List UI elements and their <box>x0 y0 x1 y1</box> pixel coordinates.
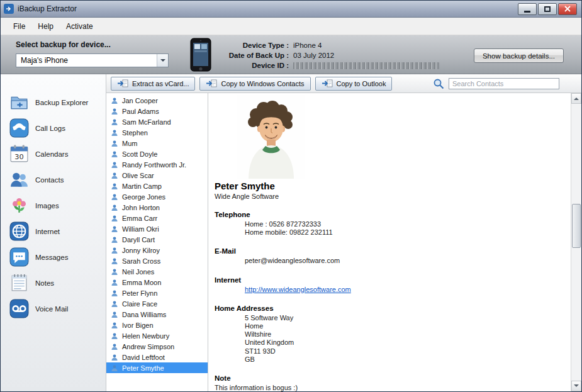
person-icon <box>111 343 118 350</box>
menubar: File Help Activate <box>1 18 581 35</box>
contact-list-item[interactable]: Daryll Cart <box>106 234 208 245</box>
contact-list-item[interactable]: Olive Scar <box>106 170 208 181</box>
close-button[interactable] <box>558 3 577 15</box>
contact-company: Wide Angle Software <box>215 193 564 200</box>
arrow-up-icon <box>574 95 579 100</box>
sidebar-item-images[interactable]: Images <box>1 193 106 218</box>
show-backup-details-button[interactable]: Show backup details... <box>474 48 564 63</box>
copy-windows-contacts-button[interactable]: Copy to Windows Contacts <box>199 77 310 91</box>
contact-list-item[interactable]: George Jones <box>106 191 208 202</box>
detail-line: 5 Software Way <box>245 314 564 322</box>
scroll-down-button[interactable] <box>571 381 581 391</box>
contact-list-item[interactable]: David Leftfoot <box>106 352 208 362</box>
sidebar-item-contacts[interactable]: Contacts <box>1 167 106 193</box>
contact-list-item[interactable]: Claire Face <box>106 298 208 309</box>
contact-list-item[interactable]: Stephen <box>106 127 208 138</box>
person-icon <box>111 108 118 115</box>
scrollbar-thumb[interactable] <box>572 204 581 248</box>
person-icon <box>111 215 118 222</box>
contact-list-item[interactable]: Scott Doyle <box>106 148 208 159</box>
chevron-down-icon <box>157 54 168 67</box>
contact-sections: TelephoneHome : 0526 872732333Home mobil… <box>215 211 564 391</box>
device-dropdown[interactable]: Maja's iPhone <box>16 53 169 67</box>
contact-list-item[interactable]: Helen Newbury <box>106 330 208 341</box>
contact-list-item[interactable]: Emma Carr <box>106 213 208 223</box>
detail-scrollbar[interactable] <box>571 93 581 391</box>
contact-name-label: George Jones <box>122 193 165 201</box>
contact-list-item[interactable]: Andrew Simpson <box>106 341 208 352</box>
contact-list-item[interactable]: Jonny Kilroy <box>106 245 208 255</box>
detail-line: peter@wideanglesoftware.com <box>245 257 564 265</box>
detail-line: This information is bogus :) <box>215 384 564 391</box>
titlebar: iBackup Extractor <box>1 1 581 18</box>
person-icon <box>111 225 118 233</box>
device-image <box>190 38 211 72</box>
sidebar-item-call-logs[interactable]: Call Logs <box>1 115 106 141</box>
select-backup-label: Select backup for device... <box>16 40 111 49</box>
sidebar-item-backup-explorer[interactable]: Backup Explorer <box>1 89 106 115</box>
svg-text:30: 30 <box>14 152 23 161</box>
sidebar-item-calendars[interactable]: 30Calendars <box>1 141 106 167</box>
person-icon <box>111 279 118 286</box>
contact-list-item[interactable]: John Horton <box>106 202 208 213</box>
contact-name-label: Andrew Simpson <box>122 343 174 350</box>
extract-vcard-label: Extract as vCard... <box>132 80 189 87</box>
minimize-button[interactable] <box>518 3 537 15</box>
person-icon <box>111 354 118 361</box>
contact-name-label: Sam McFarland <box>122 118 171 126</box>
contact-list-item[interactable]: Peter Smythe <box>106 362 208 373</box>
contact-list: Jan CooperPaul AdamsSam McFarlandStephen… <box>106 93 208 391</box>
contact-list-item[interactable]: Martin Camp <box>106 181 208 191</box>
device-id-label: Device ID : <box>212 62 289 69</box>
contact-list-item[interactable]: Dana Williams <box>106 309 208 320</box>
contact-list-item[interactable]: Sarah Cross <box>106 255 208 266</box>
sidebar-item-messages[interactable]: Messages <box>1 244 106 270</box>
maximize-button[interactable] <box>538 3 557 15</box>
person-icon <box>111 364 118 372</box>
device-info: Device Type : iPhone 4 Date of Back Up :… <box>212 40 439 70</box>
section-heading: Note <box>215 374 564 382</box>
contact-list-item[interactable]: Peter Flynn <box>106 288 208 298</box>
contact-name-label: Randy Forthworth Jr. <box>122 161 186 169</box>
menu-file[interactable]: File <box>7 18 31 35</box>
search-icon[interactable] <box>433 78 444 89</box>
folder-icon <box>9 92 30 113</box>
contact-list-item[interactable]: Sam McFarland <box>106 116 208 127</box>
contact-list-item[interactable]: Ivor Bigen <box>106 320 208 330</box>
voicemail-icon <box>9 298 30 319</box>
contact-list-item[interactable]: Jan Cooper <box>106 95 208 106</box>
contact-name-label: Sarah Cross <box>122 257 160 265</box>
contact-list-item[interactable]: Mum <box>106 138 208 148</box>
contacts-icon <box>9 169 30 190</box>
person-icon <box>111 161 118 169</box>
contact-name-label: Jan Cooper <box>122 97 158 104</box>
contact-list-item[interactable]: Neil Jones <box>106 266 208 277</box>
sidebar-item-label: Contacts <box>35 176 64 184</box>
copy-outlook-button[interactable]: Copy to Outlook <box>315 77 393 91</box>
contact-list-item[interactable]: Emma Moon <box>106 277 208 288</box>
sidebar-item-label: Messages <box>35 254 68 261</box>
sidebar-item-internet[interactable]: Internet <box>1 218 106 244</box>
sidebar-item-voice-mail[interactable]: Voice Mail <box>1 296 106 322</box>
contact-name-label: Jonny Kilroy <box>122 247 160 254</box>
contact-name-label: Martin Camp <box>122 182 162 190</box>
scroll-up-button[interactable] <box>571 93 581 104</box>
section-heading: Home Addresses <box>215 305 564 312</box>
contact-list-item[interactable]: Randy Forthworth Jr. <box>106 159 208 170</box>
menu-help[interactable]: Help <box>31 18 60 35</box>
minimize-icon <box>524 11 530 13</box>
contact-list-item[interactable]: William Okri <box>106 223 208 234</box>
contact-name-label: Ivor Bigen <box>122 322 154 329</box>
arrow-down-icon <box>574 384 579 389</box>
sidebar-item-label: Calendars <box>35 150 68 158</box>
extract-vcard-button[interactable]: Extract as vCard... <box>111 77 195 91</box>
contact-list-item[interactable]: Paul Adams <box>106 106 208 116</box>
sidebar-item-notes[interactable]: Notes <box>1 270 106 296</box>
person-icon <box>111 204 118 211</box>
website-link[interactable]: http://www.wideanglesoftware.com <box>245 286 564 294</box>
person-icon <box>111 268 118 276</box>
body-area: Jan CooperPaul AdamsSam McFarlandStephen… <box>106 93 581 391</box>
content-area: Extract as vCard... Copy to Windows Cont… <box>106 74 581 391</box>
search-input[interactable] <box>449 78 559 89</box>
menu-activate[interactable]: Activate <box>60 18 99 35</box>
